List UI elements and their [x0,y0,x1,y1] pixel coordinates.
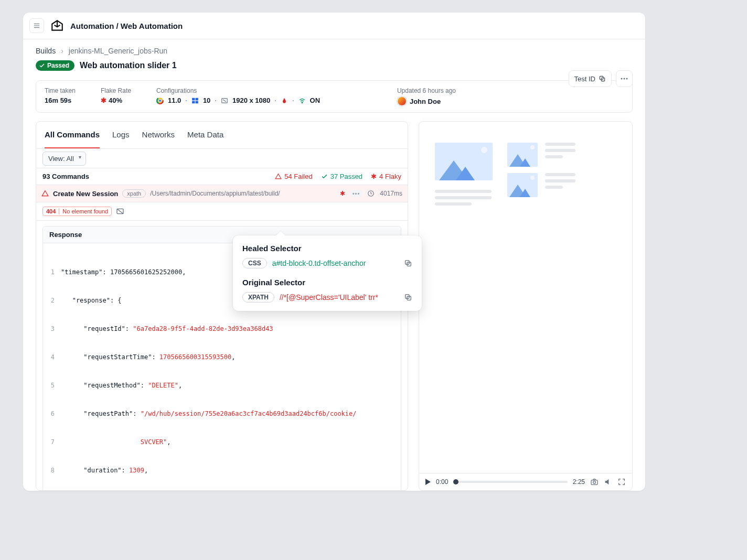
view-filter-dropdown[interactable]: View: All [42,152,86,166]
breadcrumb-builds[interactable]: Builds [36,47,56,55]
copy-icon[interactable] [404,259,412,267]
svg-point-20 [302,102,303,103]
player-current-time: 0:00 [436,478,448,486]
bug-icon [281,97,288,104]
svg-rect-16 [195,101,198,103]
updated-label: Updated 6 hours ago [397,87,456,94]
warning-icon [41,190,49,197]
page-header: Builds › jenkins-ML_Generic_jobs-Run Pas… [23,39,645,77]
svg-point-18 [283,99,286,103]
healed-selector-value: a#td-block-0.td-offset-anchor [272,259,366,267]
player-timeline[interactable] [453,481,567,483]
healed-selector-type: CSS [242,258,267,268]
avatar [397,96,407,106]
selector-type-pill: xpath [122,189,146,198]
wifi-icon [298,97,306,104]
volume-icon[interactable] [604,478,612,486]
screenshot-thumbnail[interactable] [435,143,493,180]
video-player: 0:00 2:25 [419,473,632,490]
row-menu-button[interactable]: ••• [350,190,362,197]
screenshot-panel: 0:00 2:25 [419,121,633,491]
svg-point-7 [626,78,628,80]
snowflake-icon: ✱ [101,96,106,104]
time-taken-value: 16m 59s [45,96,76,104]
error-code: 404 [46,208,56,214]
fullscreen-icon[interactable] [617,478,626,486]
commands-count: 93 Commands [42,173,89,180]
flake-rate-label: Flake Rate [101,87,131,94]
passed-count: 37 Passed [321,173,362,180]
command-duration: 4017ms [380,190,402,197]
svg-point-5 [621,78,623,80]
svg-point-19 [283,98,285,100]
windows-icon [191,97,199,104]
chevron-right-icon: › [61,47,63,55]
camera-icon[interactable] [590,478,599,486]
svg-point-6 [624,78,625,80]
configurations-label: Configurations [156,87,320,94]
tab-logs[interactable]: Logs [112,122,130,148]
copy-icon [599,75,606,82]
browser-version: 11.0 [168,96,181,104]
command-list[interactable]: Create New Session xpath /Users/ltadmin/… [36,185,408,490]
svg-rect-15 [192,101,195,103]
selector-popover: Healed Selector CSS a#td-block-0.td-offs… [233,235,422,311]
player-total-time: 2:25 [573,478,585,486]
screenshots-area [419,122,632,473]
test-id-label: Test ID [574,75,595,83]
strikethrough-image-icon[interactable] [116,207,124,216]
svg-rect-13 [192,98,195,100]
svg-rect-14 [195,98,198,100]
more-menu-button[interactable] [616,70,633,87]
chrome-icon [156,97,164,104]
app-window: Automation / Web Automation Builds › jen… [23,13,645,491]
failed-count: 54 Failed [275,173,312,180]
test-id-button[interactable]: Test ID [569,70,612,87]
breadcrumb-current[interactable]: jenkins-ML_Generic_jobs-Run [69,47,167,55]
topbar: Automation / Web Automation [23,13,645,39]
clock-icon [367,190,375,197]
user-name: John Doe [410,98,441,105]
tab-networks[interactable]: Networks [142,122,175,148]
copy-icon[interactable] [404,293,412,301]
screenshot-thumbnail[interactable] [507,143,538,167]
original-selector-value: //*[@SuperClass='UILabel' trr* [280,293,378,301]
summary-row: 93 Commands 54 Failed 37 Passed ✱ 4 Flak… [36,168,408,185]
status-badge-label: Passed [47,62,69,69]
tab-all-commands[interactable]: All Commands [45,122,100,148]
error-badge: 404 No element found [42,207,112,216]
error-message: No element found [59,208,108,214]
command-name: Create New Session [53,190,118,198]
screenshot-thumbnail[interactable] [507,173,538,197]
original-selector-title: Original Selector [242,278,412,287]
snowflake-icon: ✱ [340,190,345,197]
os-version: 10 [203,96,210,104]
flake-rate-value: 40% [109,96,122,104]
header-title: Automation / Web Automation [70,21,183,30]
command-row-expanded[interactable]: Create New Session xpath /Users/ltadmin/… [36,185,408,202]
original-selector-type: XPATH [242,292,274,303]
svg-point-30 [593,481,596,483]
header-actions: Test ID [569,70,633,87]
status-badge: Passed [36,60,74,71]
tab-meta[interactable]: Meta Data [187,122,223,148]
healed-selector-title: Healed Selector [242,244,412,253]
resolution-value: 1920 x 1080 [232,96,270,104]
configurations-row: 11.0 · 10 · 1920 x 1080 · · [156,96,320,104]
resolution-icon [221,97,228,104]
snowflake-icon: ✱ [371,173,377,180]
breadcrumb: Builds › jenkins-ML_Generic_jobs-Run [36,47,633,55]
hamburger-menu-button[interactable] [29,18,44,33]
configs-card: Time taken 16m 59s Flake Rate ✱ 40% Conf… [36,80,633,113]
time-taken-label: Time taken [45,87,76,94]
page-title: Web automation slider 1 [80,61,177,70]
flaky-count: ✱ 4 Flaky [371,173,401,180]
switch-state: ON [310,96,321,104]
logo-icon [50,19,64,33]
error-detail-row: 404 No element found [36,202,408,221]
tabs: All Commands Logs Networks Meta Data [36,122,408,149]
play-button[interactable] [425,479,431,485]
command-path: /Users/ltadmin/Documents/appium/latest/b… [150,190,336,197]
